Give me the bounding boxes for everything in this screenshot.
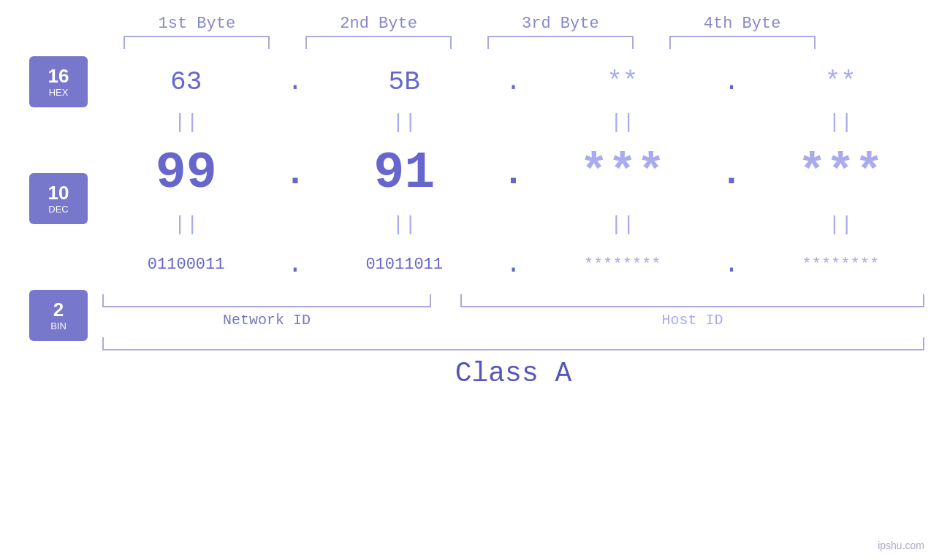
bin-badge: 2 BIN <box>29 290 88 341</box>
bin-b4: ******** <box>767 256 913 274</box>
hex-b4: ** <box>767 67 913 97</box>
byte1-header: 1st Byte <box>123 15 270 33</box>
bin-dot2: . <box>498 250 528 280</box>
byte3-header: 3rd Byte <box>487 15 634 33</box>
dec-dot2: . <box>498 153 528 194</box>
label-spacer <box>431 312 460 329</box>
equals-row-2: || || || || <box>102 210 924 239</box>
eq2-b1: || <box>113 213 259 236</box>
bracket-byte2 <box>305 36 452 49</box>
eq2-b3: || <box>550 213 696 236</box>
network-id-label: Network ID <box>102 312 431 329</box>
byte2-header: 2nd Byte <box>305 15 452 33</box>
bin-b3: ******** <box>550 256 696 274</box>
hex-b2: 5B <box>331 67 477 97</box>
rows-wrapper: 16 HEX 10 DEC 2 BIN 63 . 5B . ** . ** <box>0 56 939 389</box>
full-bracket <box>102 337 924 350</box>
data-rows: 63 . 5B . ** . ** || || || || 99 <box>102 56 924 389</box>
dec-badge-label: DEC <box>48 204 68 215</box>
eq1-b3: || <box>550 111 696 134</box>
dec-row: 99 . 91 . *** . *** <box>102 137 924 210</box>
dec-b4: *** <box>767 146 913 200</box>
bottom-bracket-row <box>102 294 924 307</box>
watermark: ipshu.com <box>878 540 924 551</box>
bin-dot1: . <box>281 250 310 280</box>
dec-dot3: . <box>717 153 746 194</box>
bracket-byte4 <box>669 36 816 49</box>
hex-b1: 63 <box>113 67 259 97</box>
hex-dot1: . <box>281 67 310 97</box>
eq1-b2: || <box>331 111 477 134</box>
eq1-b4: || <box>767 111 913 134</box>
bracket-byte1 <box>123 36 270 49</box>
dec-dot1: . <box>281 153 310 194</box>
dec-b3: *** <box>550 146 696 200</box>
hex-badge-label: HEX <box>49 87 69 98</box>
bin-b2: 01011011 <box>331 256 477 274</box>
bottom-labels: Network ID Host ID <box>102 312 924 329</box>
byte-headers: 1st Byte 2nd Byte 3rd Byte 4th Byte <box>0 15 939 33</box>
bracket-byte3 <box>487 36 634 49</box>
bin-row: 01100011 . 01011011 . ******** . *******… <box>102 239 924 290</box>
hex-dot2: . <box>498 67 528 97</box>
class-label: Class A <box>102 358 924 389</box>
equals-row-1: || || || || <box>102 107 924 137</box>
bracket-spacer <box>431 294 460 307</box>
dec-b1: 99 <box>113 145 259 202</box>
main-container: 1st Byte 2nd Byte 3rd Byte 4th Byte 16 H… <box>0 0 939 560</box>
eq2-b4: || <box>767 213 913 236</box>
eq2-b2: || <box>331 213 477 236</box>
dec-b2: 91 <box>331 145 477 202</box>
badges-column: 16 HEX 10 DEC 2 BIN <box>29 56 88 389</box>
eq1-b1: || <box>113 111 259 134</box>
byte4-header: 4th Byte <box>669 15 816 33</box>
hex-badge-num: 16 <box>48 66 69 87</box>
host-id-label: Host ID <box>460 312 924 329</box>
bin-b1: 01100011 <box>113 256 259 274</box>
bin-badge-num: 2 <box>53 299 64 321</box>
top-brackets <box>0 36 939 49</box>
bin-dot3: . <box>717 250 746 280</box>
host-bracket <box>460 294 924 307</box>
hex-b3: ** <box>550 67 696 97</box>
hex-row: 63 . 5B . ** . ** <box>102 56 924 107</box>
hex-dot3: . <box>717 67 746 97</box>
hex-badge: 16 HEX <box>29 56 88 107</box>
bin-badge-label: BIN <box>50 321 66 331</box>
dec-badge: 10 DEC <box>29 173 88 224</box>
dec-badge-num: 10 <box>48 183 69 204</box>
network-bracket <box>102 294 431 307</box>
